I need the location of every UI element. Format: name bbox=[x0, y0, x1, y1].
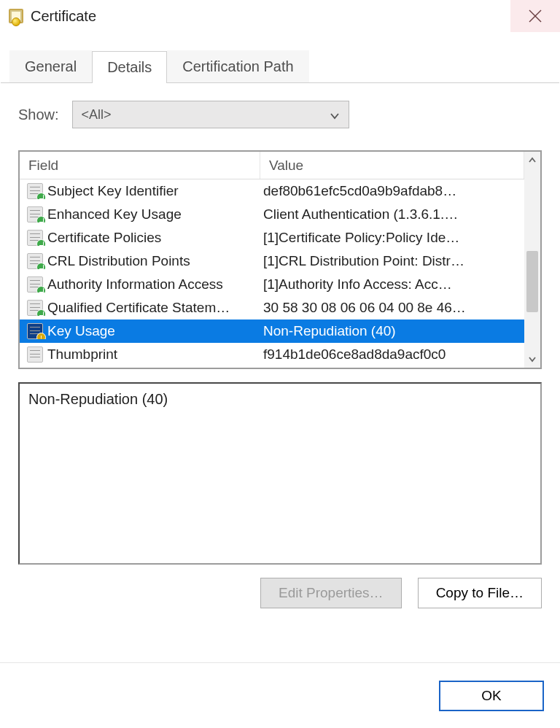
row-field: Enhanced Key Usage bbox=[47, 206, 182, 222]
row-value: [1]CRL Distribution Point: Distr… bbox=[260, 253, 524, 269]
row-field: Certificate Policies bbox=[47, 230, 161, 246]
tab-panel-details: Show: <All> Field Value Subject Key Iden… bbox=[1, 83, 559, 608]
copy-to-file-button[interactable]: Copy to File… bbox=[418, 578, 542, 608]
extension-icon bbox=[27, 300, 43, 316]
row-field: Subject Key Identifier bbox=[47, 183, 179, 199]
chevron-down-icon bbox=[330, 109, 340, 120]
table-row[interactable]: Subject Key Identifierdef80b61efc5cd0a9b… bbox=[20, 179, 524, 203]
scrollbar-track[interactable] bbox=[524, 169, 540, 350]
dialog-footer: OK bbox=[0, 662, 560, 728]
tab-certification-path[interactable]: Certification Path bbox=[167, 50, 308, 82]
table-row[interactable]: CRL Distribution Points[1]CRL Distributi… bbox=[20, 249, 524, 273]
column-header-value[interactable]: Value bbox=[260, 152, 524, 179]
table-row[interactable]: Enhanced Key UsageClient Authentication … bbox=[20, 203, 524, 226]
table-row[interactable]: Thumbprintf914b1de06ce8ad8da9acf0c0 bbox=[20, 343, 524, 366]
close-icon bbox=[529, 9, 542, 23]
row-field: Thumbprint bbox=[47, 346, 117, 363]
table-row[interactable]: Certificate Policies[1]Certificate Polic… bbox=[20, 226, 524, 249]
row-value: def80b61efc5cd0a9b9afdab8… bbox=[260, 183, 524, 199]
title-bar: Certificate bbox=[0, 0, 560, 32]
show-combobox[interactable]: <All> bbox=[72, 101, 349, 128]
table-row[interactable]: Authority Information Access[1]Authority… bbox=[20, 273, 524, 296]
row-field: Key Usage bbox=[47, 323, 115, 339]
ok-button[interactable]: OK bbox=[439, 681, 544, 711]
extension-critical-icon bbox=[27, 323, 43, 339]
edit-properties-button: Edit Properties… bbox=[260, 578, 402, 608]
row-field: Qualified Certificate Statem… bbox=[47, 300, 230, 316]
extension-icon bbox=[27, 183, 43, 199]
scroll-up-button[interactable] bbox=[524, 152, 540, 169]
row-value: Client Authentication (1.3.6.1.… bbox=[260, 206, 524, 222]
row-value: Non-Repudiation (40) bbox=[260, 323, 524, 339]
tab-details[interactable]: Details bbox=[92, 51, 167, 83]
row-value: f914b1de06ce8ad8da9acf0c0 bbox=[260, 346, 524, 363]
scrollbar-vertical[interactable] bbox=[524, 152, 540, 368]
row-value: [1]Authority Info Access: Acc… bbox=[260, 276, 524, 293]
extension-icon bbox=[27, 206, 43, 222]
fields-listview: Field Value Subject Key Identifierdef80b… bbox=[18, 150, 542, 369]
show-label: Show: bbox=[18, 107, 59, 123]
extension-icon bbox=[27, 276, 43, 293]
table-row[interactable]: Key UsageNon-Repudiation (40) bbox=[20, 320, 524, 343]
row-value: [1]Certificate Policy:Policy Ide… bbox=[260, 230, 524, 246]
table-row[interactable]: Qualified Certificate Statem…30 58 30 08… bbox=[20, 296, 524, 320]
detail-textbox[interactable]: Non-Repudiation (40) bbox=[18, 382, 542, 565]
extension-icon bbox=[27, 253, 43, 269]
property-icon bbox=[27, 346, 43, 363]
certificate-icon bbox=[9, 9, 23, 23]
extension-icon bbox=[27, 230, 43, 246]
row-value: 30 58 30 08 06 06 04 00 8e 46… bbox=[260, 300, 524, 316]
tab-strip: General Details Certification Path bbox=[1, 33, 559, 83]
dialog-body: General Details Certification Path Show:… bbox=[0, 32, 560, 662]
show-selected: <All> bbox=[82, 107, 330, 123]
column-header-field[interactable]: Field bbox=[20, 152, 260, 179]
row-field: Authority Information Access bbox=[47, 276, 223, 293]
scrollbar-thumb[interactable] bbox=[526, 251, 538, 312]
show-row: Show: <All> bbox=[18, 101, 542, 128]
row-field: CRL Distribution Points bbox=[47, 253, 190, 269]
tab-general[interactable]: General bbox=[9, 50, 92, 82]
window-title: Certificate bbox=[31, 8, 96, 25]
close-button[interactable] bbox=[510, 0, 560, 32]
scroll-down-button[interactable] bbox=[524, 350, 540, 368]
listview-rows: Subject Key Identifierdef80b61efc5cd0a9b… bbox=[20, 179, 524, 368]
